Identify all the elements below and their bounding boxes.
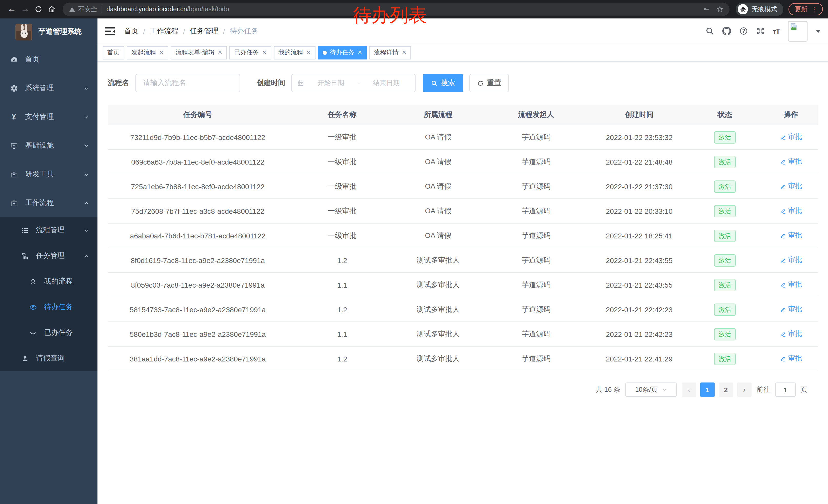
monitor-icon	[10, 141, 18, 150]
cell-task-id: a6aba0a4-7b6d-11ec-b781-acde48001122	[108, 231, 288, 240]
cell-task-name: 一级审批	[288, 133, 397, 142]
security-label: 不安全	[78, 5, 97, 13]
app-logo[interactable]: 芋道管理系统	[0, 18, 97, 45]
url-path: /bpm/task/todo	[187, 6, 229, 13]
tree-icon	[20, 252, 29, 260]
tab-流程详情[interactable]: 流程详情✕	[369, 46, 411, 59]
cell-action: 审批	[764, 329, 818, 339]
approve-link[interactable]: 审批	[780, 207, 802, 216]
sidebar-toggle-icon[interactable]	[105, 27, 116, 36]
fullscreen-icon[interactable]	[756, 27, 764, 35]
browser-menu-icon[interactable]: ⋮	[812, 6, 818, 12]
next-page-button[interactable]: ›	[737, 382, 752, 397]
help-icon[interactable]	[739, 27, 748, 35]
briefcase-icon	[10, 199, 18, 207]
page-button-2[interactable]: 2	[719, 382, 733, 397]
home-icon[interactable]	[45, 3, 58, 16]
update-button[interactable]: 更新 ⋮	[788, 3, 823, 15]
breadcrumb-current: 待办任务	[230, 27, 258, 36]
sidebar-item-process-mgmt[interactable]: 流程管理	[0, 217, 97, 243]
sidebar-item-system-mgmt[interactable]: 系统管理	[0, 74, 97, 102]
sidebar-item-payment-mgmt[interactable]: ¥支付管理	[0, 102, 97, 131]
github-icon[interactable]	[722, 27, 731, 35]
close-icon[interactable]: ✕	[358, 49, 362, 56]
close-icon[interactable]: ✕	[262, 49, 266, 56]
date-range-input[interactable]: 开始日期 - 结束日期	[291, 74, 416, 92]
bookmark-star-icon[interactable]	[716, 6, 723, 13]
sidebar-item-label: 工作流程	[25, 198, 54, 208]
cell-task-name: 1.2	[288, 305, 397, 314]
sidebar-item-workflow[interactable]: 工作流程	[0, 189, 97, 217]
reload-icon[interactable]	[32, 3, 45, 16]
page-button-1[interactable]: 1	[700, 382, 715, 397]
avatar[interactable]	[788, 21, 808, 41]
font-size-icon[interactable]: TT	[773, 27, 780, 35]
close-icon[interactable]: ✕	[402, 49, 406, 56]
tab-label: 我的流程	[278, 48, 303, 57]
tab-首页[interactable]: 首页	[102, 46, 124, 59]
table-row: 8f059c03-7ac8-11ec-a9e2-a2380e71991a1.1测…	[108, 273, 818, 297]
search-icon[interactable]	[705, 27, 714, 35]
back-icon[interactable]: ←	[5, 3, 18, 16]
forward-icon[interactable]: →	[18, 3, 32, 16]
breadcrumb-workflow[interactable]: 工作流程	[150, 27, 178, 36]
sidebar-item-done-tasks[interactable]: 已办任务	[0, 320, 97, 346]
approve-link[interactable]: 审批	[780, 256, 802, 265]
approve-link[interactable]: 审批	[780, 157, 802, 166]
chevron-down-icon	[84, 227, 89, 233]
approve-link[interactable]: 审批	[780, 182, 802, 191]
status-badge: 激活	[714, 131, 736, 143]
close-icon[interactable]: ✕	[159, 49, 164, 56]
tab-发起流程[interactable]: 发起流程✕	[127, 46, 168, 59]
page-size-select[interactable]: 10条/页	[625, 382, 677, 397]
cell-task-id: 58154733-7ac8-11ec-a9e2-a2380e71991a	[108, 305, 288, 314]
tab-label: 流程详情	[374, 48, 399, 57]
tab-流程表单-编辑[interactable]: 流程表单-编辑✕	[171, 46, 227, 59]
sidebar-item-infrastructure[interactable]: 基础设施	[0, 131, 97, 160]
approve-link[interactable]: 审批	[780, 329, 802, 339]
cell-created: 2022-01-21 22:43:55	[592, 281, 686, 289]
cell-process: 测试多审批人	[397, 280, 480, 289]
approve-link[interactable]: 审批	[780, 305, 802, 314]
key-icon[interactable]	[703, 6, 710, 13]
cell-starter: 芋道源码	[480, 329, 592, 339]
page-annotation: 待办列表	[353, 6, 427, 25]
tab-我的流程[interactable]: 我的流程✕	[274, 46, 315, 59]
sidebar-item-leave-query[interactable]: 请假查询	[0, 346, 97, 371]
breadcrumb-task-mgmt[interactable]: 任务管理	[190, 27, 218, 36]
cell-task-name: 1.1	[288, 330, 397, 338]
close-icon[interactable]: ✕	[306, 49, 310, 56]
url-domain: dashboard.yudao.iocoder.cn	[107, 6, 187, 13]
sidebar-item-todo-tasks[interactable]: 待办任务	[0, 294, 97, 320]
tab-label: 已办任务	[234, 48, 259, 57]
approve-link[interactable]: 审批	[780, 231, 802, 240]
sidebar-item-home[interactable]: 首页	[0, 45, 97, 74]
start-date-placeholder: 开始日期	[307, 79, 355, 88]
chevron-up-icon	[84, 253, 89, 259]
search-button[interactable]: 搜索	[423, 74, 463, 92]
goto-page-input[interactable]: 1	[775, 382, 796, 397]
approve-link[interactable]: 审批	[780, 280, 802, 289]
sidebar-item-label: 系统管理	[25, 84, 54, 93]
breadcrumb-home[interactable]: 首页	[124, 27, 138, 36]
approve-link[interactable]: 审批	[780, 133, 802, 142]
cell-task-name: 一级审批	[288, 231, 397, 240]
active-dot	[323, 50, 327, 55]
tab-待办任务[interactable]: 待办任务✕	[318, 46, 367, 59]
tab-已办任务[interactable]: 已办任务✕	[230, 46, 271, 59]
sidebar-item-task-mgmt[interactable]: 任务管理	[0, 243, 97, 269]
yen-icon: ¥	[10, 113, 18, 121]
reset-button[interactable]: 重置	[469, 74, 509, 92]
sidebar-item-my-process[interactable]: 我的流程	[0, 269, 97, 294]
cell-created: 2022-01-22 21:37:30	[592, 182, 686, 190]
approve-link[interactable]: 审批	[780, 354, 802, 363]
cell-action: 审批	[764, 133, 818, 142]
cell-status: 激活	[686, 155, 764, 168]
prev-page-button[interactable]: ‹	[682, 382, 696, 397]
close-icon[interactable]: ✕	[217, 49, 222, 56]
cell-process: OA 请假	[397, 157, 480, 166]
process-name-input[interactable]: 请输入流程名	[135, 74, 240, 92]
cell-starter: 芋道源码	[480, 231, 592, 240]
sidebar-item-dev-tools[interactable]: 研发工具	[0, 160, 97, 189]
avatar-caret-icon[interactable]	[816, 30, 821, 33]
